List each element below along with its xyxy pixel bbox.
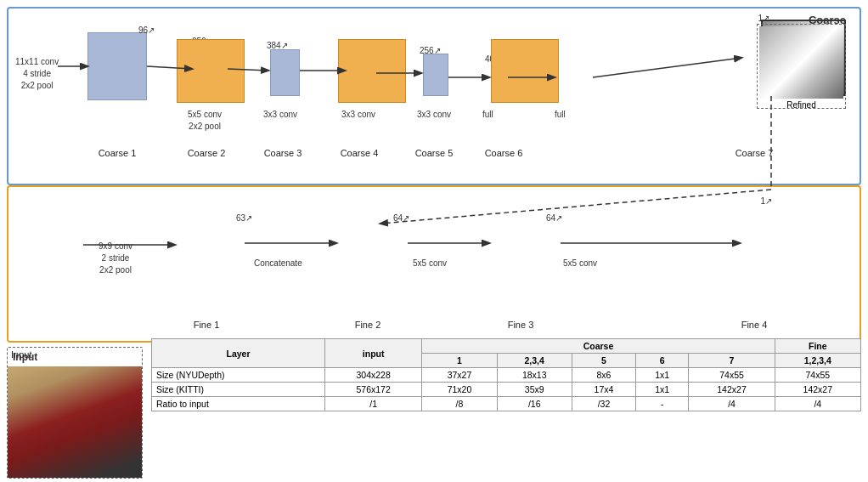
cell: 74x55 (689, 368, 775, 383)
cell: 8x6 (572, 368, 635, 383)
col-1: 1 (422, 354, 497, 368)
table-row: Size (NYUDepth) 304x228 37x27 18x13 8x6 … (152, 368, 861, 383)
cell: 1x1 (636, 368, 689, 383)
coarse7-label: Coarse 7 (720, 148, 788, 158)
coarse1-num: 96↗ (138, 26, 155, 35)
cell: 576x172 (324, 383, 421, 397)
coarse4-conv: 3x3 conv (341, 109, 375, 121)
row-label-nyu: Size (NYUDepth) (152, 368, 325, 383)
coarse5-conv: 3x3 conv (417, 109, 451, 121)
cell: 37x27 (422, 368, 497, 383)
coarse67-conv: full (555, 109, 566, 121)
coarse6-conv: full (482, 109, 493, 121)
col-6: 6 (636, 354, 689, 368)
cell: 74x55 (775, 368, 860, 383)
cell: /4 (689, 397, 775, 411)
cell: /4 (775, 397, 860, 411)
input-label-text: Input (11, 349, 31, 360)
cell: - (636, 397, 689, 411)
cell: /16 (497, 397, 572, 411)
col-7: 7 (689, 354, 775, 368)
fine1-conv: 9x9 conv2 stride2x2 pool (99, 241, 132, 276)
refined-label: Refined (759, 100, 843, 110)
coarse1-label: Coarse 1 (79, 148, 155, 158)
fine12-conv: Concatenate (254, 258, 302, 269)
cell: /8 (422, 397, 497, 411)
fine-node-2 (338, 39, 406, 103)
fine2-label: Fine 2 (334, 320, 402, 330)
row-label-kitti: Size (KITTI) (152, 383, 325, 397)
input-box: Input (7, 347, 143, 479)
fine1-label: Fine 1 (172, 320, 240, 330)
coarse3-num: 384↗ (267, 41, 288, 50)
cell: 18x13 (497, 368, 572, 383)
coarse5-label: Coarse 5 (400, 148, 468, 158)
fine3-num: 64↗ (546, 213, 562, 223)
data-table-area: Layer input Coarse Fine 1 2,3,4 5 6 7 1,… (151, 338, 861, 475)
input-col-header: input (324, 339, 421, 368)
coarse-node-5 (423, 54, 448, 96)
cell: 142x27 (689, 383, 775, 397)
coarse3-conv: 3x3 conv (263, 109, 297, 121)
fine4-image (759, 26, 843, 99)
coarse2-conv: 5x5 conv2x2 pool (188, 109, 222, 133)
coarse6-label: Coarse 6 (470, 148, 538, 158)
fine2-num: 64↗ (393, 213, 409, 223)
coarse-node-3 (270, 49, 300, 96)
fine23-conv: 5x5 conv (413, 258, 447, 269)
fine-col-header: Fine (775, 339, 860, 354)
col-1234: 1,2,3,4 (775, 354, 860, 368)
fine4-label: Fine 4 (720, 320, 788, 330)
fine-node-3 (491, 39, 559, 103)
coarse-node-1 (87, 32, 147, 100)
coarse7-num: 1↗ (758, 14, 769, 23)
col-234: 2,3,4 (497, 354, 572, 368)
fine-node-1 (177, 39, 245, 103)
coarse3-label: Coarse 3 (249, 148, 317, 158)
coarse-col-header: Coarse (422, 339, 775, 354)
fine34-conv: 5x5 conv (563, 258, 597, 269)
data-table: Layer input Coarse Fine 1 2,3,4 5 6 7 1,… (151, 338, 861, 411)
coarse2-label: Coarse 2 (172, 148, 240, 158)
main-container: Input 96↗ 256↗ 384↗ 384↗ 256↗ 4096↗ 1↗ C… (7, 7, 861, 475)
coarse5-num: 256↗ (420, 46, 441, 55)
cell: 71x20 (422, 383, 497, 397)
fine4-image-box: Refined (757, 24, 846, 109)
cell: 142x27 (775, 383, 860, 397)
cell: 304x228 (324, 368, 421, 383)
cell: 17x4 (572, 383, 635, 397)
coarse1-conv: 11x11 conv4 stride2x2 pool (15, 56, 59, 92)
cell: 35x9 (497, 383, 572, 397)
fine1-num: 63↗ (236, 213, 252, 223)
cell: /1 (324, 397, 421, 411)
coarse4-label: Coarse 4 (325, 148, 393, 158)
table-row: Size (KITTI) 576x172 71x20 35x9 17x4 1x1… (152, 383, 861, 397)
fine4-num: 1↗ (760, 196, 772, 206)
layer-col-header: Layer (152, 339, 325, 368)
fine3-label: Fine 3 (487, 320, 555, 330)
table-row: Ratio to input /1 /8 /16 /32 - /4 /4 (152, 397, 861, 411)
cell: 1x1 (636, 383, 689, 397)
col-5: 5 (572, 354, 635, 368)
row-label-ratio: Ratio to input (152, 397, 325, 411)
cell: /32 (572, 397, 635, 411)
